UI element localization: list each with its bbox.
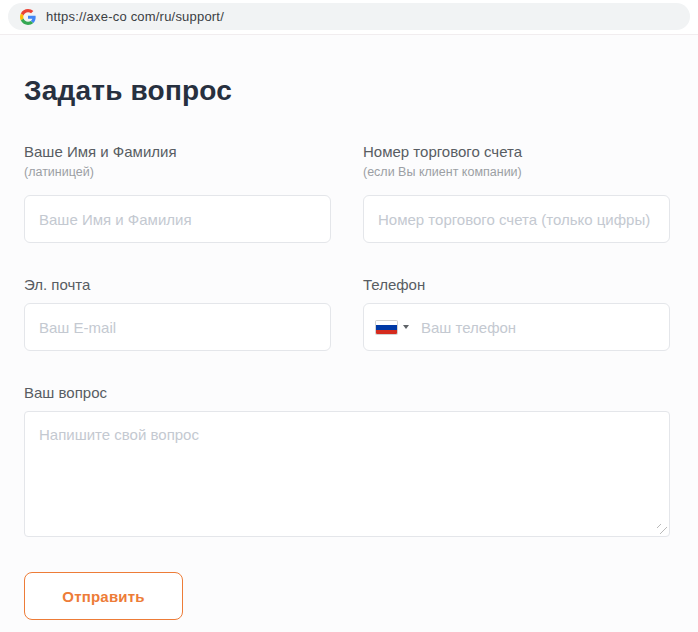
field-phone: Телефон [363, 275, 670, 351]
resize-handle-icon[interactable] [657, 524, 667, 534]
page-title: Задать вопрос [24, 75, 670, 107]
account-number-input[interactable] [363, 195, 670, 243]
form-row-2: Эл. почта Телефон [24, 275, 670, 351]
phone-input-group [363, 303, 670, 351]
submit-button[interactable]: Отправить [24, 572, 183, 620]
field-fullname: Ваше Имя и Фамилия (латиницей) [24, 142, 331, 243]
field-question: Ваш вопрос [24, 383, 670, 537]
question-textarea[interactable] [24, 411, 670, 537]
fullname-input[interactable] [24, 195, 331, 243]
field-account-number: Номер торгового счета (если Вы клиент ко… [363, 142, 670, 243]
field-email: Эл. почта [24, 275, 331, 351]
account-number-label: Номер торгового счета [363, 142, 670, 161]
screen: https://axe-co com/ru/support/ Задать во… [0, 0, 698, 632]
chevron-down-icon [403, 325, 409, 329]
phone-input[interactable] [363, 303, 670, 351]
address-bar[interactable]: https://axe-co com/ru/support/ [8, 3, 690, 30]
google-g-icon [20, 9, 36, 25]
browser-toolbar: https://axe-co com/ru/support/ [0, 0, 698, 35]
question-textarea-wrap [24, 411, 670, 537]
email-input[interactable] [24, 303, 331, 351]
fullname-sublabel: (латиницей) [24, 165, 331, 180]
email-label: Эл. почта [24, 275, 331, 294]
ru-flag-icon [376, 321, 397, 334]
form-row-1: Ваше Имя и Фамилия (латиницей) Номер тор… [24, 142, 670, 243]
support-form-page: Задать вопрос Ваше Имя и Фамилия (латини… [0, 75, 698, 632]
fullname-label: Ваше Имя и Фамилия [24, 142, 331, 161]
account-number-sublabel: (если Вы клиент компании) [363, 165, 670, 180]
question-label: Ваш вопрос [24, 383, 670, 402]
address-url: https://axe-co com/ru/support/ [46, 9, 224, 24]
country-code-select[interactable] [376, 303, 409, 351]
phone-label: Телефон [363, 275, 670, 294]
